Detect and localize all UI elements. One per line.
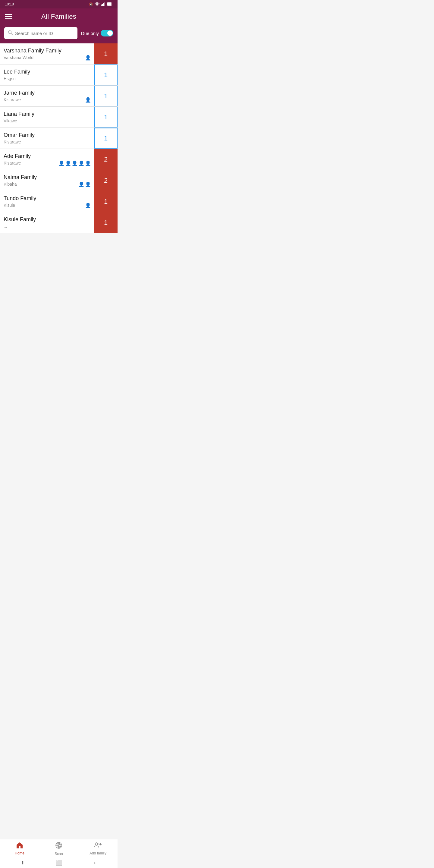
family-info: Jarne Family Kisarawe 👤 bbox=[0, 86, 94, 106]
family-member-icons: 👤 bbox=[85, 55, 91, 61]
search-input-wrapper[interactable] bbox=[4, 27, 78, 39]
family-name: Varshana Family Family bbox=[4, 48, 90, 54]
person-blue-icon: 👤 bbox=[85, 55, 91, 61]
family-list-item[interactable]: Liana Family Vikawe 1 bbox=[0, 107, 118, 128]
family-location: Kisarawe bbox=[4, 97, 90, 102]
family-count-badge[interactable]: 1 bbox=[94, 191, 118, 212]
due-only-container: Due only bbox=[81, 30, 113, 36]
svg-rect-3 bbox=[103, 3, 104, 6]
family-name: Tundo Family bbox=[4, 195, 90, 202]
family-list-item[interactable]: Naima Family Kibaha 👤👤 2 bbox=[0, 170, 118, 191]
family-name: Ade Family bbox=[4, 153, 90, 159]
due-only-label: Due only bbox=[81, 31, 99, 36]
svg-line-8 bbox=[11, 33, 13, 35]
family-name: Naima Family bbox=[4, 174, 90, 181]
mute-icon: 🔇 bbox=[89, 2, 93, 6]
due-only-toggle[interactable] bbox=[101, 30, 113, 36]
svg-rect-2 bbox=[102, 4, 103, 6]
family-name: Kisule Family bbox=[4, 216, 90, 223]
person-blue-icon: 👤 bbox=[72, 160, 78, 166]
family-list-item[interactable]: Lee Family Hsgsn 1 bbox=[0, 64, 118, 86]
family-list-item[interactable]: Varshana Family Family Varshana World 👤 … bbox=[0, 43, 118, 64]
person-blue-icon: 👤 bbox=[85, 203, 91, 208]
family-name: Jarne Family bbox=[4, 90, 90, 96]
family-location: Kisarawe bbox=[4, 140, 90, 144]
family-location: Vikawe bbox=[4, 119, 90, 123]
family-location: ... bbox=[4, 224, 90, 229]
app-header: All Families bbox=[0, 8, 118, 24]
svg-point-0 bbox=[97, 5, 98, 6]
family-list-item[interactable]: Jarne Family Kisarawe 👤 1 bbox=[0, 86, 118, 107]
svg-rect-6 bbox=[107, 3, 111, 5]
person-teal-icon: 👤 bbox=[59, 160, 64, 166]
family-name: Liana Family bbox=[4, 111, 90, 117]
status-time: 10:18 bbox=[5, 2, 14, 6]
wifi-icon bbox=[95, 2, 99, 6]
family-info: Varshana Family Family Varshana World 👤 bbox=[0, 43, 94, 64]
family-member-icons: 👤👤 bbox=[79, 181, 91, 187]
person-purple-icon: 👤 bbox=[79, 181, 84, 187]
svg-rect-4 bbox=[104, 2, 105, 6]
family-member-icons: 👤👤👤👤👤 bbox=[59, 160, 91, 166]
family-count-badge[interactable]: 1 bbox=[94, 107, 118, 127]
hamburger-menu[interactable] bbox=[5, 14, 12, 19]
family-info: Liana Family Vikawe bbox=[0, 107, 94, 127]
family-member-icons: 👤 bbox=[85, 97, 91, 103]
battery-icon bbox=[107, 2, 113, 6]
person-pink-icon: 👤 bbox=[85, 160, 91, 166]
person-blue-icon: 👤 bbox=[65, 160, 71, 166]
status-bar: 10:18 🔇 bbox=[0, 0, 118, 8]
family-name: Lee Family bbox=[4, 69, 90, 75]
family-count-badge[interactable]: 1 bbox=[94, 64, 118, 85]
family-info: Ade Family Kisarawe 👤👤👤👤👤 bbox=[0, 149, 94, 170]
search-bar-container: Due only bbox=[0, 24, 118, 43]
family-location: Varshana World bbox=[4, 55, 90, 60]
family-count-badge[interactable]: 1 bbox=[94, 43, 118, 64]
family-list: Varshana Family Family Varshana World 👤 … bbox=[0, 43, 118, 233]
family-info: Naima Family Kibaha 👤👤 bbox=[0, 170, 94, 191]
family-count-badge[interactable]: 1 bbox=[94, 86, 118, 106]
family-location: Kibaha bbox=[4, 182, 90, 187]
svg-rect-1 bbox=[101, 4, 102, 6]
signal-icon bbox=[101, 2, 105, 6]
person-teal-icon: 👤 bbox=[85, 181, 91, 187]
family-list-item[interactable]: Kisule Family ... 1 bbox=[0, 212, 118, 233]
family-count-badge[interactable]: 2 bbox=[94, 149, 118, 170]
family-info: Lee Family Hsgsn bbox=[0, 64, 94, 85]
family-list-item[interactable]: Ade Family Kisarawe 👤👤👤👤👤 2 bbox=[0, 149, 118, 170]
family-info: Tundo Family Kisule 👤 bbox=[0, 191, 94, 212]
family-info: Kisule Family ... bbox=[0, 212, 94, 233]
family-name: Omar Family bbox=[4, 132, 90, 138]
page-title: All Families bbox=[41, 13, 76, 21]
family-list-item[interactable]: Tundo Family Kisule 👤 1 bbox=[0, 191, 118, 212]
person-blue-icon: 👤 bbox=[85, 97, 91, 103]
family-count-badge[interactable]: 1 bbox=[94, 128, 118, 149]
family-info: Omar Family Kisarawe bbox=[0, 128, 94, 149]
search-input[interactable] bbox=[15, 31, 74, 36]
family-count-badge[interactable]: 1 bbox=[94, 212, 118, 233]
family-list-item[interactable]: Omar Family Kisarawe 1 bbox=[0, 128, 118, 149]
person-pink-icon: 👤 bbox=[79, 160, 84, 166]
family-location: Kisule bbox=[4, 203, 90, 208]
family-location: Hsgsn bbox=[4, 76, 90, 81]
family-count-badge[interactable]: 2 bbox=[94, 170, 118, 191]
family-member-icons: 👤 bbox=[85, 203, 91, 208]
status-icons: 🔇 bbox=[89, 2, 113, 6]
search-icon bbox=[8, 30, 13, 36]
